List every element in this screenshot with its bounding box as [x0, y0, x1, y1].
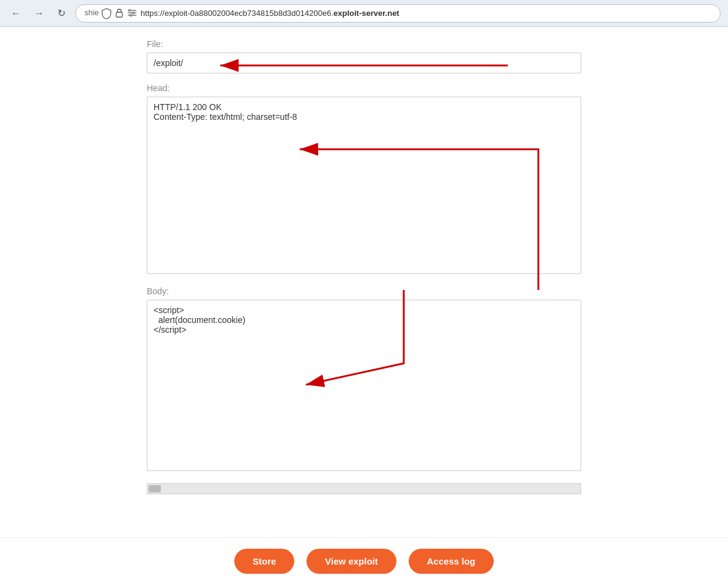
scroll-thumb — [149, 485, 161, 492]
url-text: https://exploit-0a88002004ecb734815b8d3d… — [141, 9, 399, 18]
horizontal-scrollbar[interactable] — [147, 483, 581, 494]
svg-point-1 — [128, 9, 130, 11]
file-input[interactable] — [147, 53, 581, 73]
svg-point-4 — [132, 12, 134, 13]
body-field-group: Body: <script> alert(document.cookie) </… — [147, 286, 581, 473]
head-textarea[interactable]: HTTP/1.1 200 OK Content-Type: text/html;… — [147, 97, 581, 274]
browser-chrome: ← → ↻ shie http — [0, 0, 728, 27]
body-textarea[interactable]: <script> alert(document.cookie) </script… — [147, 300, 581, 471]
shield-icon: shie — [84, 8, 99, 19]
head-field-group: Head: HTTP/1.1 200 OK Content-Type: text… — [147, 83, 581, 276]
svg-point-7 — [130, 14, 132, 16]
store-button[interactable]: Store — [234, 549, 294, 574]
body-label: Body: — [147, 286, 581, 296]
head-label: Head: — [147, 83, 581, 93]
svg-rect-0 — [116, 12, 122, 17]
url-prefix: https://exploit-0a88002004ecb734815b8d3d… — [141, 9, 333, 18]
file-label: File: — [147, 39, 581, 49]
shield-icon — [102, 8, 111, 19]
tune-icon — [127, 8, 137, 18]
lock-icon — [115, 8, 124, 18]
access-log-button[interactable]: Access log — [409, 549, 494, 574]
buttons-area: Store View exploit Access log — [0, 537, 728, 586]
reload-button[interactable]: ↻ — [54, 6, 69, 20]
security-icons: shie — [84, 8, 137, 19]
url-bold: exploit-server.net — [333, 9, 399, 18]
forward-button[interactable]: → — [31, 7, 48, 20]
page-content: File: Head: HTTP/1.1 200 OK Content-Type… — [0, 27, 728, 537]
back-button[interactable]: ← — [7, 7, 24, 20]
view-exploit-button[interactable]: View exploit — [306, 549, 396, 574]
address-bar: shie https://exploit-0a88002004ecb — [75, 4, 721, 23]
file-field-group: File: — [147, 39, 581, 73]
